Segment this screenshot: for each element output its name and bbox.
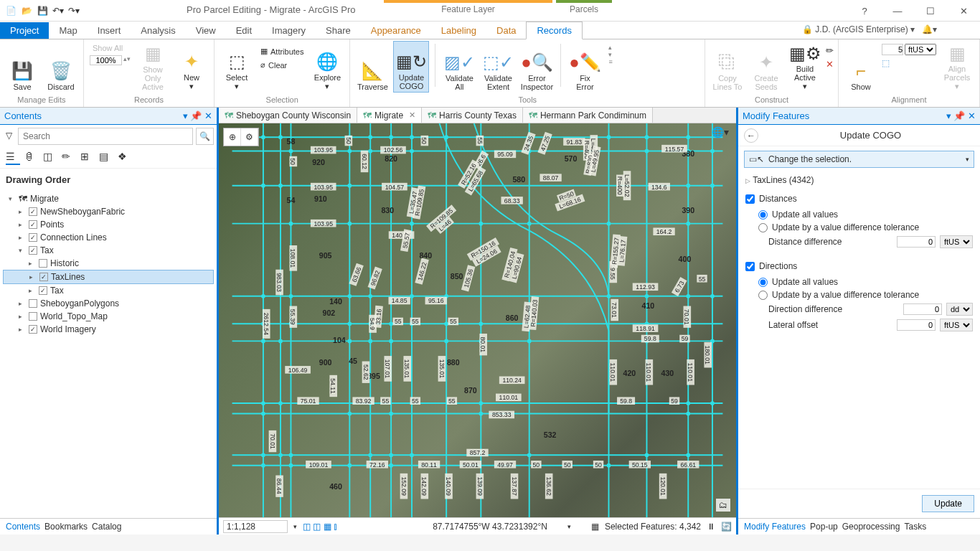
- alignment-value-field[interactable]: [882, 44, 903, 55]
- attributes-button[interactable]: ▦ Attributes: [258, 45, 306, 57]
- dir-diff-field[interactable]: [903, 303, 942, 315]
- layer-item[interactable]: ▸✓ Tax: [3, 284, 214, 297]
- select-button[interactable]: ⬚Select▾: [219, 41, 255, 93]
- dir-update-all-radio[interactable]: [758, 278, 768, 287]
- status-tool-icon[interactable]: ◫ ◫ ▦ ⫿: [303, 522, 338, 532]
- lateral-field[interactable]: [897, 319, 936, 331]
- clear-button[interactable]: ⌀ Clear: [258, 59, 306, 71]
- list-by-perception-icon[interactable]: ❖: [118, 151, 132, 165]
- update-cogo-button[interactable]: ▦↻Update COGO: [393, 41, 429, 93]
- help-button[interactable]: ?: [848, 0, 881, 22]
- save-icon[interactable]: 💾: [36, 4, 49, 17]
- tab-records[interactable]: Records: [526, 22, 582, 39]
- alignment-unit-select[interactable]: ftUS: [905, 44, 936, 55]
- tab-popup[interactable]: Pop-up: [810, 522, 838, 532]
- tab-bookmarks[interactable]: Bookmarks: [44, 522, 88, 532]
- layer-item[interactable]: ▸✓ Points: [3, 218, 214, 231]
- tab-project[interactable]: Project: [0, 22, 49, 39]
- refresh-icon[interactable]: 🔄: [721, 522, 732, 532]
- distances-checkbox[interactable]: [745, 194, 755, 204]
- map-root-item[interactable]: ▾🗺 Migrate: [3, 192, 214, 205]
- map-tab[interactable]: 🗺 Sheboygan County Wisconsin: [219, 108, 357, 123]
- update-button[interactable]: Update: [922, 495, 974, 512]
- pane-menu-icon[interactable]: ▾ 📌 ✕: [183, 110, 212, 121]
- search-input[interactable]: [18, 128, 193, 145]
- dir-tolerance-radio[interactable]: [758, 291, 768, 300]
- settings-icon[interactable]: ⚙: [241, 128, 258, 146]
- pause-icon[interactable]: ⏸: [707, 522, 715, 532]
- validate-extent-button[interactable]: ⬚✓Validate Extent: [480, 41, 516, 93]
- tab-tasks[interactable]: Tasks: [904, 522, 926, 532]
- list-by-selection-icon[interactable]: ◫: [43, 151, 57, 165]
- filter-icon[interactable]: ▽: [3, 128, 15, 145]
- layer-item[interactable]: ▸✓ NewSheboyganFabric: [3, 205, 214, 218]
- navigator-icon[interactable]: ⊕: [224, 128, 241, 146]
- tab-share[interactable]: Share: [316, 22, 361, 39]
- layer-entry[interactable]: TaxLines (4342): [753, 175, 814, 185]
- error-inspector-button[interactable]: ●🔍Error Inspector: [519, 41, 555, 93]
- gallery-more-icon[interactable]: ≡: [608, 58, 612, 65]
- gallery-up-icon[interactable]: ▴: [608, 44, 612, 51]
- tree-expand-icon[interactable]: ▷: [745, 177, 750, 184]
- tab-analysis[interactable]: Analysis: [131, 22, 185, 39]
- gallery-down-icon[interactable]: ▾: [608, 51, 612, 58]
- tab-view[interactable]: View: [186, 22, 226, 39]
- fix-error-button[interactable]: ●✏️Fix Error: [567, 41, 603, 93]
- map-layers-icon[interactable]: 🗂: [716, 499, 730, 512]
- redo-icon[interactable]: ↷▾: [67, 4, 80, 17]
- layer-item[interactable]: ▸ World_Topo_Map: [3, 310, 214, 323]
- traverse-button[interactable]: 📐Traverse: [354, 41, 390, 93]
- map-tab[interactable]: 🗺 Harris County Texas: [422, 108, 523, 123]
- dist-update-all-radio[interactable]: [758, 210, 768, 220]
- directions-checkbox[interactable]: [745, 262, 755, 271]
- search-icon[interactable]: 🔍: [196, 128, 214, 145]
- map-globe-icon[interactable]: 🌐▾: [712, 126, 729, 138]
- tab-labeling[interactable]: Labeling: [431, 22, 486, 39]
- construct-delete-icon[interactable]: ✕: [826, 59, 834, 70]
- back-button[interactable]: ←: [744, 128, 758, 143]
- discard-button[interactable]: 🗑️Discard: [43, 41, 79, 93]
- close-button[interactable]: ✕: [947, 0, 980, 22]
- dropdown-icon[interactable]: ▾: [966, 156, 969, 163]
- layer-item[interactable]: ▸✓ TaxLines: [3, 270, 214, 284]
- align-tool-icon[interactable]: ⬚: [882, 58, 936, 68]
- show-only-active-button[interactable]: ▦Show Only Active: [135, 41, 171, 93]
- show-all-button[interactable]: Show All: [90, 42, 131, 54]
- list-by-snapping-icon[interactable]: ⊞: [80, 151, 95, 165]
- layer-item[interactable]: ▸ SheboyganPolygons: [3, 297, 214, 310]
- construct-tool-icon[interactable]: ✏: [826, 45, 834, 56]
- tab-insert[interactable]: Insert: [88, 22, 131, 39]
- new-project-icon[interactable]: 📄: [4, 4, 17, 17]
- pane-menu-icon[interactable]: ▾ 📌 ✕: [946, 110, 976, 121]
- dir-unit-select[interactable]: dd: [946, 303, 973, 316]
- tab-imagery[interactable]: Imagery: [262, 22, 316, 39]
- stepper-icon[interactable]: ▴▾: [123, 55, 131, 65]
- save-button[interactable]: 💾Save: [4, 41, 40, 93]
- minimize-button[interactable]: —: [881, 0, 914, 22]
- list-by-source-icon[interactable]: 🛢: [24, 151, 39, 165]
- signed-in-user[interactable]: 🔒 J.D. (ArcGIS Enterprise) ▾ 🔔▾: [802, 24, 937, 34]
- map-tab[interactable]: 🗺 Migrate ✕: [357, 108, 422, 123]
- maximize-button[interactable]: ☐: [914, 0, 947, 22]
- tab-modify-features[interactable]: Modify Features: [744, 522, 806, 532]
- dist-tolerance-radio[interactable]: [758, 223, 768, 232]
- dist-diff-field[interactable]: [897, 236, 936, 248]
- validate-all-button[interactable]: ▨✓Validate All: [441, 41, 477, 93]
- scale-field[interactable]: 1:1,128: [223, 520, 288, 533]
- map-view[interactable]: 9208205805703809108303909058404008509028…: [219, 123, 736, 517]
- layer-item[interactable]: ▸✓ Connection Lines: [3, 231, 214, 244]
- tab-map[interactable]: Map: [49, 22, 87, 39]
- dist-unit-select[interactable]: ftUS: [940, 235, 973, 248]
- create-seeds-button[interactable]: ✦Create Seeds: [748, 41, 784, 93]
- lateral-unit-select[interactable]: ftUS: [940, 319, 973, 331]
- layer-item[interactable]: ▾✓ Tax: [3, 244, 214, 257]
- copy-lines-to-button[interactable]: ⿻Copy Lines To: [710, 41, 745, 93]
- list-by-labeling-icon[interactable]: ▤: [99, 151, 113, 165]
- map-tab[interactable]: 🗺 Hermann Park Condiminum: [523, 108, 653, 123]
- build-active-button[interactable]: ▦⚙Build Active▾: [787, 41, 823, 93]
- layer-item[interactable]: ▸ Historic: [3, 257, 214, 270]
- list-by-drawing-order-icon[interactable]: ☰: [6, 151, 20, 165]
- tab-contents[interactable]: Contents: [6, 522, 40, 532]
- undo-icon[interactable]: ↶▾: [52, 4, 65, 17]
- align-parcels-button[interactable]: ▦Align Parcels▾: [939, 41, 975, 93]
